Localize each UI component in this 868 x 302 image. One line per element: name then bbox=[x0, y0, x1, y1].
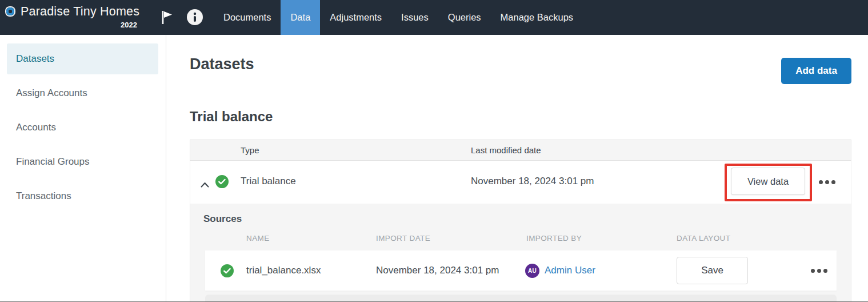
dataset-more-options-icon[interactable] bbox=[819, 180, 835, 184]
user-avatar: AU bbox=[525, 264, 539, 278]
dataset-type-label: Trial balance bbox=[241, 176, 296, 187]
sidebar-item-transactions[interactable]: Transactions bbox=[0, 190, 166, 202]
source-more-options-icon[interactable] bbox=[811, 269, 827, 273]
column-header-imported-by: IMPORTED BY bbox=[526, 234, 582, 243]
source-status-check-icon bbox=[221, 264, 234, 280]
column-header-last-modified: Last modified date bbox=[471, 145, 541, 155]
engagement-title: Paradise Tiny Homes bbox=[21, 5, 139, 19]
imported-by-user-link[interactable]: Admin User bbox=[545, 265, 595, 276]
nav-item-queries[interactable]: Queries bbox=[438, 0, 491, 35]
flag-icon[interactable] bbox=[158, 9, 175, 26]
source-file-name: trial_balance.xlsx bbox=[246, 265, 321, 276]
dataset-table-header: Type Last modified date bbox=[190, 140, 851, 161]
sidebar: Datasets Assign Accounts Accounts Financ… bbox=[0, 35, 166, 302]
sources-heading: Sources bbox=[203, 213, 242, 225]
column-header-data-layout: DATA LAYOUT bbox=[677, 234, 730, 243]
nav-item-issues[interactable]: Issues bbox=[391, 0, 438, 35]
sidebar-item-assign-accounts[interactable]: Assign Accounts bbox=[0, 88, 166, 99]
info-icon[interactable] bbox=[186, 9, 203, 26]
view-data-button[interactable]: View data bbox=[731, 168, 805, 195]
nav-item-adjustments[interactable]: Adjustments bbox=[320, 0, 391, 35]
add-data-button[interactable]: Add data bbox=[781, 58, 851, 84]
sidebar-item-financial-groups[interactable]: Financial Groups bbox=[0, 156, 166, 168]
status-check-icon bbox=[215, 175, 229, 190]
dataset-table: Type Last modified date Trial balance No… bbox=[190, 140, 851, 204]
sidebar-item-accounts[interactable]: Accounts bbox=[0, 122, 166, 133]
nav-item-documents[interactable]: Documents bbox=[214, 0, 281, 35]
main-nav: Documents Data Adjustments Issues Querie… bbox=[214, 0, 583, 35]
sources-panel: Sources NAME IMPORT DATE IMPORTED BY DAT… bbox=[190, 204, 851, 302]
section-title: Trial balance bbox=[190, 109, 273, 125]
column-header-type: Type bbox=[241, 145, 259, 155]
source-row: trial_balance.xlsx November 18, 2024 3:0… bbox=[205, 251, 837, 291]
app-logo-icon bbox=[6, 7, 14, 15]
top-navbar: Paradise Tiny Homes 2022 Documents Data … bbox=[0, 0, 868, 35]
sidebar-item-datasets[interactable]: Datasets bbox=[7, 43, 158, 74]
column-header-import-date: IMPORT DATE bbox=[376, 234, 430, 243]
app-window: Paradise Tiny Homes 2022 Documents Data … bbox=[0, 0, 868, 302]
engagement-year: 2022 bbox=[21, 21, 137, 29]
dataset-row-trial-balance: Trial balance November 18, 2024 3:01 pm … bbox=[190, 161, 851, 204]
source-import-date: November 18, 2024 3:01 pm bbox=[376, 265, 499, 276]
column-header-name: NAME bbox=[246, 234, 270, 243]
nav-item-data[interactable]: Data bbox=[281, 0, 320, 35]
page-title: Datasets bbox=[190, 55, 254, 73]
collapse-chevron-icon[interactable] bbox=[201, 180, 209, 190]
save-button[interactable]: Save bbox=[677, 257, 748, 284]
dataset-last-modified: November 18, 2024 3:01 pm bbox=[471, 176, 594, 187]
nav-item-manage-backups[interactable]: Manage Backups bbox=[491, 0, 583, 35]
